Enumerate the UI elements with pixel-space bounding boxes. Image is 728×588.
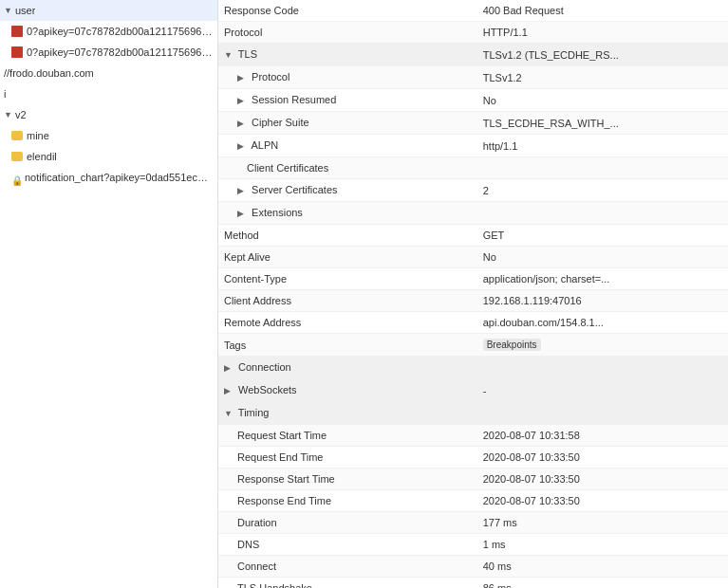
tree-item-mine[interactable]: mine [0,125,217,146]
label-server-certs: ▶ Server Certificates [218,179,477,202]
lock-icon-notif: 🔒 [11,173,21,183]
value-request-start: 2020-08-07 10:31:58 [477,425,728,447]
value-client-address: 192.168.1.119:47016 [477,290,728,312]
row-websockets[interactable]: ▶ WebSockets - [218,379,728,402]
label-extensions: ▶ Extensions [218,202,477,225]
tree-label-req2: 0?apikey=07c78782db00a121175696889101e36… [27,44,214,61]
row-duration: Duration 177 ms [218,512,728,534]
value-content-type: application/json; charset=... [477,268,728,290]
row-alpn: ▶ ALPN http/1.1 [218,135,728,157]
label-request-start: Request Start Time [218,425,477,447]
cipher-suite-label: Cipher Suite [252,117,309,128]
row-dns: DNS 1 ms [218,534,728,556]
row-tags: Tags Breakpoints [218,334,728,357]
tree-item-user[interactable]: ▼ user [0,0,217,21]
label-response-end: Response End Time [218,490,477,512]
session-resumed-label: Session Resumed [252,94,336,105]
row-request-start: Request Start Time 2020-08-07 10:31:58 [218,425,728,447]
label-alpn: ▶ ALPN [218,135,477,157]
label-response-code: Response Code [218,0,477,22]
label-client-certs: Client Certificates [218,157,477,179]
row-remote-address: Remote Address api.douban.com/154.8.1... [218,312,728,334]
row-client-certs: Client Certificates [218,157,728,179]
label-tls-protocol: ▶ Protocol [218,66,477,89]
label-response-start: Response Start Time [218,469,477,490]
row-response-code: Response Code 400 Bad Request [218,0,728,22]
alpn-label: ALPN [251,139,278,151]
extensions-label: Extensions [252,207,303,218]
row-connection[interactable]: ▶ Connection [218,357,728,379]
tree-label-frodo: //frodo.douban.com [4,64,94,82]
tree-item-i[interactable]: i [0,83,217,104]
tree-item-frodo[interactable]: //frodo.douban.com [0,63,217,83]
value-server-certs: 2 [477,179,728,202]
value-response-end: 2020-08-07 10:33:50 [477,490,728,512]
row-tls-protocol: ▶ Protocol TLSv1.2 [218,66,728,89]
tree-item-notif[interactable]: 🔒 notification_chart?apikey=0dad551ec0f8… [0,167,217,188]
tree-item-v2[interactable]: ▼ v2 [0,104,217,125]
value-session-resumed: No [477,89,728,112]
expand-icon-user: ▼ [4,2,15,19]
red-icon-req2 [11,46,23,58]
tree-label-mine: mine [27,127,49,144]
label-protocol-top: Protocol [218,22,477,44]
value-response-code: 400 Bad Request [477,0,728,22]
value-response-start: 2020-08-07 10:33:50 [477,469,728,490]
tree-label-user: user [15,2,35,19]
label-tls: ▼ TLS [218,44,477,66]
row-response-end: Response End Time 2020-08-07 10:33:50 [218,490,728,512]
label-connection: ▶ Connection [218,357,477,379]
label-request-end: Request End Time [218,447,477,469]
left-panel: ▼ user 0?apikey=07c78782db00a12117569688… [0,0,218,588]
arrow-extensions: ▶ [237,205,249,222]
label-session-resumed: ▶ Session Resumed [218,89,477,112]
value-tags: Breakpoints [477,334,728,357]
tls-label: TLS [238,48,257,60]
label-dns: DNS [218,534,477,556]
label-tags: Tags [218,334,477,357]
value-request-end: 2020-08-07 10:33:50 [477,447,728,469]
label-tls-handshake: TLS Handshake [218,578,477,589]
row-request-end: Request End Time 2020-08-07 10:33:50 [218,447,728,469]
value-alpn: http/1.1 [477,135,728,157]
timing-label: Timing [238,407,270,418]
tree-label-req1: 0?apikey=07c78782db00a121175696889101e36… [27,23,214,40]
label-connect: Connect [218,556,477,578]
row-server-certs: ▶ Server Certificates 2 [218,179,728,202]
tree-item-req2[interactable]: 0?apikey=07c78782db00a121175696889101e36… [0,42,217,63]
row-connect: Connect 40 ms [218,556,728,578]
value-extensions [477,202,728,225]
properties-table: Response Code 400 Bad Request Protocol H… [218,0,728,588]
connection-label: Connection [238,361,291,373]
row-response-start: Response Start Time 2020-08-07 10:33:50 [218,469,728,490]
tree-label-v2: v2 [15,106,27,123]
row-client-address: Client Address 192.168.1.119:47016 [218,290,728,312]
tls-protocol-label: Protocol [252,71,289,83]
expand-tls-icon: ▼ [224,46,235,64]
value-connect: 40 ms [477,556,728,578]
label-cipher-suite: ▶ Cipher Suite [218,112,477,135]
expand-connection-icon: ▶ [224,359,235,377]
value-kept-alive: No [477,247,728,268]
expand-websockets-icon: ▶ [224,382,235,399]
row-tls-handshake: TLS Handshake 86 ms [218,578,728,589]
label-method: Method [218,225,477,247]
row-timing-header[interactable]: ▼ Timing [218,402,728,425]
expand-icon-v2: ▼ [4,106,15,123]
value-method: GET [477,225,728,247]
label-websockets: ▶ WebSockets [218,379,477,402]
arrow-cipher-suite: ▶ [237,115,249,132]
value-cipher-suite: TLS_ECDHE_RSA_WITH_... [477,112,728,135]
right-panel: Response Code 400 Bad Request Protocol H… [218,0,728,588]
arrow-server-certs: ▶ [237,182,249,199]
row-tls-header[interactable]: ▼ TLS TLSv1.2 (TLS_ECDHE_RS... [218,44,728,66]
client-certs-label: Client Certificates [247,162,328,174]
value-remote-address: api.douban.com/154.8.1... [477,312,728,334]
tree-label-elendil: elendil [27,148,57,165]
value-dns: 1 ms [477,534,728,556]
tree-item-req1[interactable]: 0?apikey=07c78782db00a121175696889101e36… [0,21,217,42]
tree-item-elendil[interactable]: elendil [0,146,217,167]
folder-icon-elendil [11,152,23,161]
label-kept-alive: Kept Alive [218,247,477,268]
websockets-label: WebSockets [238,384,297,395]
